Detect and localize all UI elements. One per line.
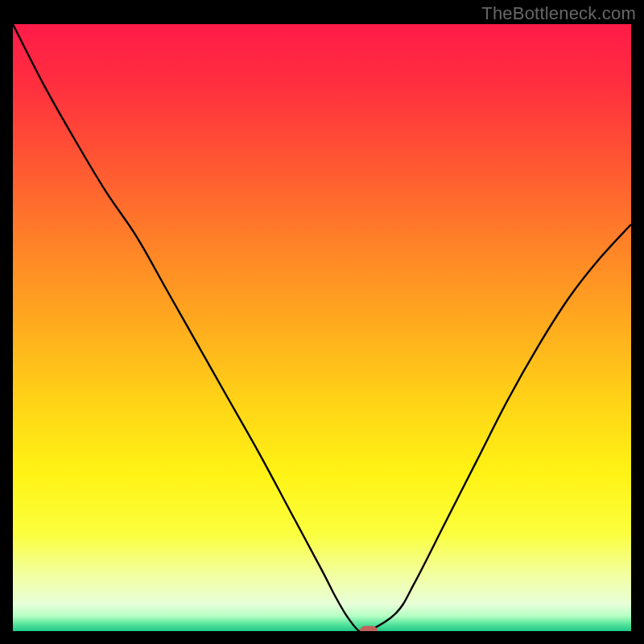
optimal-marker [360, 626, 378, 632]
chart-container: TheBottleneck.com [0, 0, 644, 644]
plot-svg [13, 24, 631, 631]
watermark-text: TheBottleneck.com [481, 3, 636, 24]
gradient-background [13, 24, 631, 631]
plot-area [13, 24, 631, 631]
